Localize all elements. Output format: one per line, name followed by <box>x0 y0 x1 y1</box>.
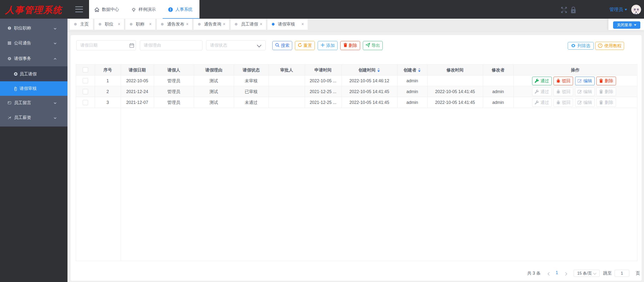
svg-text:?: ? <box>599 44 601 47</box>
